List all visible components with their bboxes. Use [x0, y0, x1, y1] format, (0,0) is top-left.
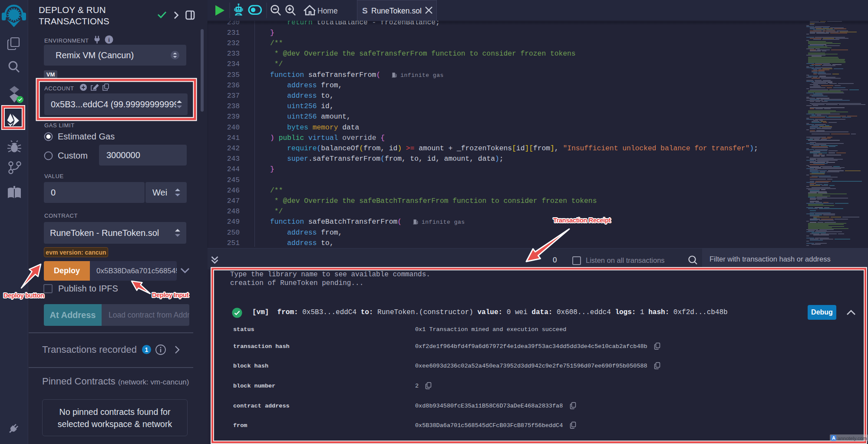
svg-text:S: S [362, 6, 368, 15]
svg-text:Home: Home [317, 7, 338, 15]
svg-text:Deploy button: Deploy button [3, 292, 44, 299]
svg-text:A: A [832, 435, 835, 441]
svg-text:Deploy Input: Deploy Input [152, 292, 189, 298]
svg-text:Transaction Receipt: Transaction Receipt [553, 217, 611, 224]
svg-text:RuneToken.sol: RuneToken.sol [371, 7, 422, 15]
svg-text:annotely.com: annotely.com [838, 436, 867, 441]
